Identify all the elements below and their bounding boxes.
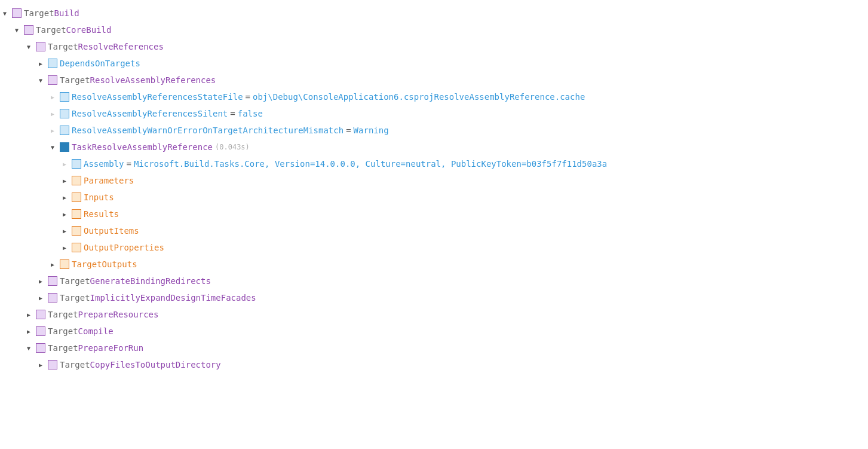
node-icon-purple: [24, 25, 33, 35]
node-name: ResolveAssemblyWarnOrErrorOnTargetArchit…: [72, 126, 343, 135]
node-name: CopyFilesToOutputDirectory: [90, 360, 221, 369]
tree-row-outputprops[interactable]: OutputProperties: [0, 239, 868, 256]
node-timing: (0.043s): [215, 143, 250, 151]
node-name: TargetOutputs: [72, 259, 137, 269]
node-icon-orange: [72, 243, 81, 252]
node-prefix: Target: [48, 343, 78, 353]
node-name: Build: [54, 8, 79, 18]
node-name: Assembly: [84, 159, 124, 169]
tree-row-silent[interactable]: ResolveAssemblyReferencesSilent=false: [0, 105, 868, 122]
node-name: Compile: [78, 326, 114, 336]
expand-toggle-collapsed[interactable]: [60, 243, 69, 252]
node-prefix: Target: [48, 326, 78, 336]
tree-row-warnmismatch[interactable]: ResolveAssemblyWarnOrErrorOnTargetArchit…: [0, 122, 868, 139]
tree-row-build[interactable]: Target Build: [0, 5, 868, 22]
node-prefix: Target: [24, 8, 54, 18]
node-name: ResolveReferences: [78, 42, 164, 51]
node-prefix: Target: [60, 75, 90, 85]
tree-row-implicitlyexpand[interactable]: Target ImplicitlyExpandDesignTimeFacades: [0, 289, 868, 306]
node-assign: =: [243, 92, 253, 102]
expand-toggle-expanded[interactable]: [0, 8, 10, 18]
expand-toggle-expanded[interactable]: [36, 75, 45, 85]
node-name: PrepareResources: [78, 310, 159, 319]
expand-toggle-expanded[interactable]: [24, 343, 33, 353]
expand-toggle-collapsed[interactable]: [48, 259, 57, 269]
node-icon-purple: [48, 276, 57, 286]
node-icon-purple: [48, 293, 57, 303]
tree-row-results[interactable]: Results: [0, 206, 868, 222]
node-icon-purple: [36, 326, 45, 336]
node-value: false: [238, 109, 263, 118]
node-icon-blue-solid: [60, 142, 69, 152]
node-prefix: Target: [48, 42, 78, 51]
node-icon-purple: [48, 360, 57, 369]
expand-toggle-collapsed[interactable]: [24, 310, 33, 319]
tree-row-statefile[interactable]: ResolveAssemblyReferencesStateFile=obj\D…: [0, 88, 868, 105]
node-name: ResolveAssemblyReferencesStateFile: [72, 92, 243, 102]
node-prefix: Target: [60, 293, 90, 303]
tree-row-resolveassemblyreferences[interactable]: Target ResolveAssemblyReferences: [0, 72, 868, 88]
expand-toggle-collapsed[interactable]: [60, 226, 69, 236]
node-icon-purple: [12, 8, 22, 18]
expand-toggle-empty: [48, 92, 57, 102]
tree-row-assembly[interactable]: Assembly=Microsoft.Build.Tasks.Core, Ver…: [0, 155, 868, 172]
tree-row-targetoutputs[interactable]: TargetOutputs: [0, 256, 868, 273]
expand-toggle-collapsed[interactable]: [60, 193, 69, 202]
tree-row-copyfiles[interactable]: Target CopyFilesToOutputDirectory: [0, 356, 868, 373]
tree-row-resolvetask[interactable]: Task ResolveAssemblyReference(0.043s): [0, 139, 868, 155]
node-icon-purple: [48, 75, 57, 85]
tree-row-compile[interactable]: Target Compile: [0, 323, 868, 340]
node-icon-orange: [60, 259, 69, 269]
node-name: OutputProperties: [84, 243, 164, 252]
expand-toggle-collapsed[interactable]: [60, 209, 69, 219]
node-name: ResolveAssemblyReferences: [90, 75, 216, 85]
node-name: CoreBuild: [66, 25, 112, 35]
node-assign: =: [124, 159, 133, 169]
tree-row-prepareresources[interactable]: Target PrepareResources: [0, 306, 868, 323]
node-prefix: Target: [36, 25, 66, 35]
node-icon-blue: [60, 126, 69, 135]
node-icon-orange: [72, 176, 81, 185]
node-icon-blue: [72, 159, 81, 169]
node-prefix: Target: [48, 310, 78, 319]
expand-toggle-expanded[interactable]: [12, 25, 22, 35]
expand-toggle-collapsed[interactable]: [24, 326, 33, 336]
node-icon-orange: [72, 226, 81, 236]
node-name: ResolveAssemblyReferencesSilent: [72, 109, 228, 118]
node-name: PrepareForRun: [78, 343, 144, 353]
tree-row-dependsontargets[interactable]: DependsOnTargets: [0, 55, 868, 72]
node-assign: =: [343, 126, 353, 135]
node-prefix: Target: [60, 276, 90, 286]
expand-toggle-collapsed[interactable]: [36, 360, 45, 369]
node-name: DependsOnTargets: [60, 59, 140, 68]
node-value: Microsoft.Build.Tasks.Core, Version=14.0…: [134, 159, 607, 169]
tree-row-parameters[interactable]: Parameters: [0, 172, 868, 189]
node-name: GenerateBindingRedirects: [90, 276, 211, 286]
node-name: OutputItems: [84, 226, 139, 236]
expand-toggle-collapsed[interactable]: [36, 293, 45, 303]
node-prefix: Task: [72, 142, 92, 152]
node-icon-purple: [36, 343, 45, 353]
expand-toggle-empty: [60, 159, 69, 169]
node-name: ResolveAssemblyReference: [92, 142, 213, 152]
node-prefix: Target: [60, 360, 90, 369]
expand-toggle-expanded[interactable]: [48, 142, 57, 152]
tree-row-generatebinding[interactable]: Target GenerateBindingRedirects: [0, 273, 868, 289]
tree-row-resolvereferences[interactable]: Target ResolveReferences: [0, 38, 868, 55]
expand-toggle-expanded[interactable]: [24, 42, 33, 51]
tree-row-inputs[interactable]: Inputs: [0, 189, 868, 206]
node-name: ImplicitlyExpandDesignTimeFacades: [90, 293, 256, 303]
expand-toggle-empty: [48, 109, 57, 118]
expand-toggle-collapsed[interactable]: [36, 59, 45, 68]
expand-toggle-collapsed[interactable]: [60, 176, 69, 185]
node-icon-blue: [60, 92, 69, 102]
node-icon-orange: [72, 193, 81, 202]
node-value: Warning: [354, 126, 389, 135]
node-icon-orange: [72, 209, 81, 219]
node-assign: =: [228, 109, 237, 118]
msbuild-tree: Target BuildTarget CoreBuildTarget Resol…: [0, 5, 868, 373]
expand-toggle-collapsed[interactable]: [36, 276, 45, 286]
tree-row-outputitems[interactable]: OutputItems: [0, 222, 868, 239]
tree-row-corebuild[interactable]: Target CoreBuild: [0, 22, 868, 38]
tree-row-prepareforrun[interactable]: Target PrepareForRun: [0, 340, 868, 356]
